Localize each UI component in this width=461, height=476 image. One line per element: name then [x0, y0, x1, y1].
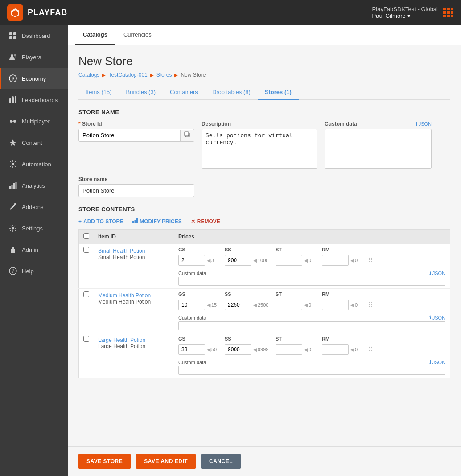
custom-data-label: Custom data — [325, 121, 357, 127]
row-checkbox[interactable] — [83, 247, 89, 253]
sidebar-item-label: Settings — [22, 225, 43, 232]
logo-text: PLAYFAB — [28, 8, 67, 17]
apps-grid-icon[interactable] — [443, 8, 454, 17]
sidebar-item-dashboard[interactable]: Dashboard — [0, 25, 68, 46]
item-id-cell: Medium Health Potion Medium Health Potio… — [94, 289, 174, 333]
modify-prices-link[interactable]: MODIFY PRICES — [132, 218, 181, 225]
st-price-input-2[interactable] — [276, 300, 302, 310]
breadcrumb-testcatalog[interactable]: TestCatalog-001 — [108, 72, 147, 78]
breadcrumb: Catalogs ▶ TestCatalog-001 ▶ Stores ▶ Ne… — [78, 72, 450, 78]
svg-text:?: ? — [12, 268, 15, 274]
item-custom-data-3[interactable] — [178, 366, 445, 375]
breadcrumb-stores[interactable]: Stores — [156, 72, 172, 78]
sub-tab-containers[interactable]: Containers — [163, 85, 205, 100]
col-checkbox — [79, 230, 94, 244]
json-link[interactable]: JSON — [419, 121, 432, 127]
drag-handle-3[interactable]: ⠿ — [368, 346, 382, 353]
store-id-input[interactable] — [79, 129, 180, 141]
drag-handle-2[interactable]: ⠿ — [368, 301, 382, 308]
item-custom-data-1[interactable] — [178, 277, 445, 286]
item-name-link[interactable]: Small Health Potion — [98, 248, 169, 254]
gs-price-input-3[interactable] — [178, 344, 205, 355]
store-contents-title: STORE CONTENTS — [78, 206, 450, 213]
sidebar-item-help[interactable]: ? Help — [0, 260, 68, 282]
sub-tab-bundles[interactable]: Bundles (3) — [119, 85, 163, 100]
item-name-link[interactable]: Medium Health Potion — [98, 292, 169, 299]
addons-icon — [8, 202, 17, 211]
topnav: PLAYFAB PlayFabSDKTest - Global Paul Gil… — [0, 0, 461, 25]
ss-price-input-3[interactable] — [225, 344, 251, 355]
sidebar-item-analytics[interactable]: Analytics — [0, 175, 68, 196]
remove-link[interactable]: ✕ REMOVE — [191, 218, 220, 225]
breadcrumb-catalogs[interactable]: Catalogs — [78, 72, 99, 78]
custom-data-label-1: Custom data — [178, 271, 206, 276]
drag-handle-1[interactable]: ⠿ — [368, 257, 382, 264]
sidebar-item-settings[interactable]: Settings — [0, 217, 68, 239]
sidebar-item-admin[interactable]: Admin — [0, 239, 68, 260]
tab-catalogs[interactable]: Catalogs — [75, 25, 115, 45]
add-to-store-link[interactable]: + ADD TO STORE — [78, 218, 123, 225]
svg-rect-12 — [15, 97, 16, 103]
sidebar-item-economy[interactable]: $ Economy — [0, 68, 68, 89]
gs-price-input-1[interactable] — [178, 255, 205, 266]
description-input[interactable]: Sells potions for virtual currency. — [202, 129, 317, 169]
item-sub-name: Large Health Potion — [98, 343, 169, 349]
store-name-group: Store name — [78, 176, 203, 197]
ss-price-input-1[interactable] — [225, 255, 251, 266]
sidebar-item-content[interactable]: Content — [0, 132, 68, 153]
custom-data-input[interactable] — [325, 129, 432, 169]
prices-cell: GS SS ST RM ◀ 15 — [174, 289, 450, 333]
json-link-2[interactable]: JSON — [432, 315, 445, 320]
sidebar-item-multiplayer[interactable]: Multiplayer — [0, 111, 68, 132]
store-name-section-title: STORE NAME — [78, 109, 450, 115]
row-checkbox[interactable] — [83, 336, 89, 342]
info-icon-2: ℹ — [429, 315, 431, 320]
cancel-button[interactable]: CANCEL — [201, 454, 241, 469]
svg-point-13 — [9, 98, 11, 99]
sidebar: Dashboard Players $ Economy — [0, 25, 68, 476]
json-link-3[interactable]: JSON — [432, 360, 445, 365]
item-name-link[interactable]: Large Health Potion — [98, 337, 169, 343]
save-and-edit-button[interactable]: SAVE AND EDIT — [136, 454, 196, 469]
user-name[interactable]: Paul Gilmore ▾ — [372, 12, 438, 19]
sub-tab-items[interactable]: Items (15) — [78, 85, 119, 100]
svg-point-18 — [12, 163, 14, 165]
topnav-right: PlayFabSDKTest - Global Paul Gilmore ▾ — [372, 6, 454, 19]
row-checkbox-cell — [79, 289, 94, 333]
sidebar-item-label: Economy — [22, 75, 46, 82]
item-custom-data-2[interactable] — [178, 321, 445, 330]
st-price-input-1[interactable] — [276, 255, 302, 266]
save-store-button[interactable]: SAVE STORE — [78, 454, 131, 469]
sub-tab-droptables[interactable]: Drop tables (8) — [205, 85, 258, 100]
plus-icon: + — [78, 218, 82, 225]
store-name-input[interactable] — [78, 184, 194, 197]
row-checkbox-cell — [79, 244, 94, 289]
ss-price-input-2[interactable] — [225, 300, 251, 310]
copy-icon[interactable] — [180, 130, 194, 141]
store-actions: + ADD TO STORE MODIFY PRICES ✕ — [78, 218, 450, 225]
sidebar-item-leaderboards[interactable]: Leaderboards — [0, 89, 68, 111]
st-orig-1: ◀ 0 — [304, 258, 311, 263]
svg-rect-2 — [9, 32, 12, 35]
rm-price-input-2[interactable] — [322, 300, 349, 310]
sidebar-item-automation[interactable]: Automation — [0, 153, 68, 175]
ss-label: SS — [225, 291, 274, 297]
select-all-checkbox[interactable] — [83, 233, 89, 239]
gs-price-input-2[interactable] — [178, 300, 205, 310]
st-label: ST — [276, 336, 320, 341]
gs-label: GS — [178, 247, 223, 252]
tab-currencies[interactable]: Currencies — [115, 25, 160, 45]
sub-tab-stores[interactable]: Stores (1) — [258, 85, 299, 100]
rm-price-input-1[interactable] — [322, 255, 349, 266]
svg-rect-21 — [13, 183, 15, 189]
json-link-1[interactable]: JSON — [432, 271, 445, 276]
prices-cell: GS SS ST RM ◀ 50 — [174, 333, 450, 378]
row-checkbox-cell — [79, 333, 94, 378]
sidebar-item-label: Add-ons — [22, 204, 43, 210]
sidebar-item-players[interactable]: Players — [0, 46, 68, 68]
row-checkbox[interactable] — [83, 291, 89, 297]
players-icon — [8, 53, 17, 62]
st-price-input-3[interactable] — [276, 344, 302, 355]
sidebar-item-addons[interactable]: Add-ons — [0, 196, 68, 217]
rm-price-input-3[interactable] — [322, 344, 349, 355]
